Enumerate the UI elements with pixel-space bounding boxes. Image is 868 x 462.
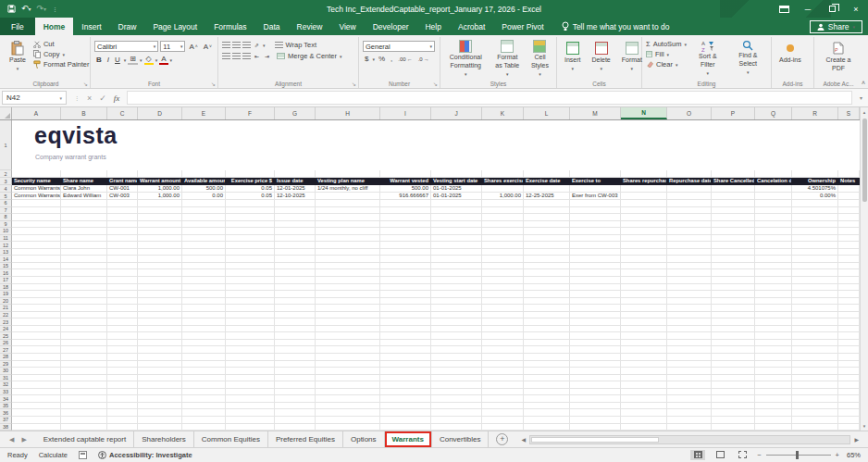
cell-R23[interactable] [792, 318, 838, 326]
cell-P22[interactable] [712, 312, 755, 319]
cell-C9[interactable] [107, 221, 138, 229]
cell-M9[interactable] [570, 221, 621, 229]
cell-N27[interactable] [621, 346, 667, 354]
cell-G24[interactable] [275, 326, 316, 333]
cell-P32[interactable] [712, 381, 755, 389]
cell-P8[interactable] [712, 214, 755, 221]
cell-M29[interactable] [570, 361, 621, 368]
cell-S18[interactable] [838, 284, 860, 292]
cell-C4[interactable]: CW-001 [107, 185, 138, 193]
table-header-share-cancelled[interactable]: Share Cancelled [712, 178, 755, 185]
cell-M23[interactable] [570, 318, 621, 326]
cut-button[interactable]: Cut [33, 40, 90, 48]
cell-D9[interactable] [138, 221, 182, 229]
cell-H25[interactable] [316, 332, 380, 340]
cell-H6[interactable] [316, 200, 380, 207]
cell-S21[interactable] [838, 305, 860, 312]
format-as-table-button[interactable]: Format as Table ▾ [491, 38, 524, 77]
cell-M28[interactable] [570, 354, 621, 361]
cell-N35[interactable] [621, 403, 667, 410]
cell-H33[interactable] [316, 389, 380, 396]
cell-K19[interactable] [482, 291, 524, 298]
cell-A8[interactable] [12, 214, 61, 221]
cell-M21[interactable] [570, 305, 621, 312]
cell-H29[interactable] [316, 361, 380, 368]
cell-B31[interactable] [61, 375, 107, 382]
cell-B35[interactable] [61, 403, 107, 410]
cell-F4[interactable]: 0.05 [226, 185, 275, 193]
cell-G8[interactable] [275, 214, 316, 221]
cell-P24[interactable] [712, 326, 755, 333]
cell-G5[interactable]: 12-10-2025 [275, 193, 316, 200]
cell-Q26[interactable] [755, 340, 792, 347]
row-header-23[interactable]: 23 [0, 318, 12, 326]
find-select-button[interactable]: Find & Select ▾ [729, 38, 767, 77]
cell-P14[interactable] [712, 256, 755, 263]
cell-H31[interactable] [316, 375, 380, 382]
cell-K38[interactable] [482, 424, 524, 431]
cell-F20[interactable] [226, 298, 275, 306]
ribbon-tab-formulas[interactable]: Formulas [205, 18, 254, 35]
cell-I8[interactable] [380, 214, 431, 221]
cell-M34[interactable] [570, 395, 621, 403]
cell-J30[interactable] [431, 368, 482, 375]
cell-A25[interactable] [12, 332, 61, 340]
cell-G9[interactable] [275, 221, 316, 229]
cell-G13[interactable] [275, 249, 316, 256]
bold-button[interactable]: B [94, 56, 104, 64]
borders-icon[interactable]: ⊞ [128, 55, 138, 65]
row-header-20[interactable]: 20 [0, 298, 12, 306]
cell-I14[interactable] [380, 256, 431, 263]
table-header-issue-date[interactable]: Issue date [275, 178, 316, 185]
cell-L38[interactable] [524, 424, 570, 431]
cell-K12[interactable] [482, 242, 524, 249]
cell-A5[interactable]: Common Warrants [12, 193, 61, 200]
cell-G32[interactable] [275, 381, 316, 389]
cell-M32[interactable] [570, 381, 621, 389]
cell-Q15[interactable] [755, 263, 792, 270]
cell-N7[interactable] [621, 207, 667, 215]
select-all-corner[interactable] [0, 107, 12, 119]
cell-O9[interactable] [667, 221, 712, 229]
cell-Q29[interactable] [755, 361, 792, 368]
cell-I6[interactable] [380, 200, 431, 207]
cell-R26[interactable] [792, 340, 838, 347]
next-sheet-icon[interactable]: ▶ [21, 436, 26, 443]
cell-F12[interactable] [226, 242, 275, 249]
align-top-icon[interactable] [222, 42, 230, 48]
cell-N30[interactable] [621, 368, 667, 375]
cell-A13[interactable] [12, 249, 61, 256]
cell-B7[interactable] [61, 207, 107, 215]
cell-R24[interactable] [792, 326, 838, 333]
cell-R21[interactable] [792, 305, 838, 312]
row-header-35[interactable]: 35 [0, 403, 12, 410]
ribbon-tab-draw[interactable]: Draw [110, 18, 145, 35]
cell-E14[interactable] [182, 256, 226, 263]
cell-M18[interactable] [570, 284, 621, 292]
row-header-17[interactable]: 17 [0, 277, 12, 284]
cell-R37[interactable] [792, 417, 838, 424]
cell-O23[interactable] [667, 318, 712, 326]
horizontal-scrollbar[interactable]: ◀ ▶ [517, 433, 862, 445]
cell-E5[interactable]: 0.00 [182, 193, 226, 200]
cell-O11[interactable] [667, 235, 712, 243]
cell-D15[interactable] [138, 263, 182, 270]
cell-K30[interactable] [482, 368, 524, 375]
cell-D37[interactable] [138, 417, 182, 424]
cell-N9[interactable] [621, 221, 667, 229]
cell-N21[interactable] [621, 305, 667, 312]
cell-P13[interactable] [712, 249, 755, 256]
italic-button[interactable]: I [105, 56, 111, 64]
cell-H16[interactable] [316, 269, 380, 277]
cell-Q35[interactable] [755, 403, 792, 410]
cell-R12[interactable] [792, 242, 838, 249]
cell-E22[interactable] [182, 312, 226, 319]
cell-B27[interactable] [61, 346, 107, 354]
cell-C16[interactable] [107, 269, 138, 277]
cell-S29[interactable] [838, 361, 860, 368]
cell-I13[interactable] [380, 249, 431, 256]
cell-F37[interactable] [226, 417, 275, 424]
cell-C11[interactable] [107, 235, 138, 243]
cell-N11[interactable] [621, 235, 667, 243]
column-header-A[interactable]: A [12, 107, 61, 119]
